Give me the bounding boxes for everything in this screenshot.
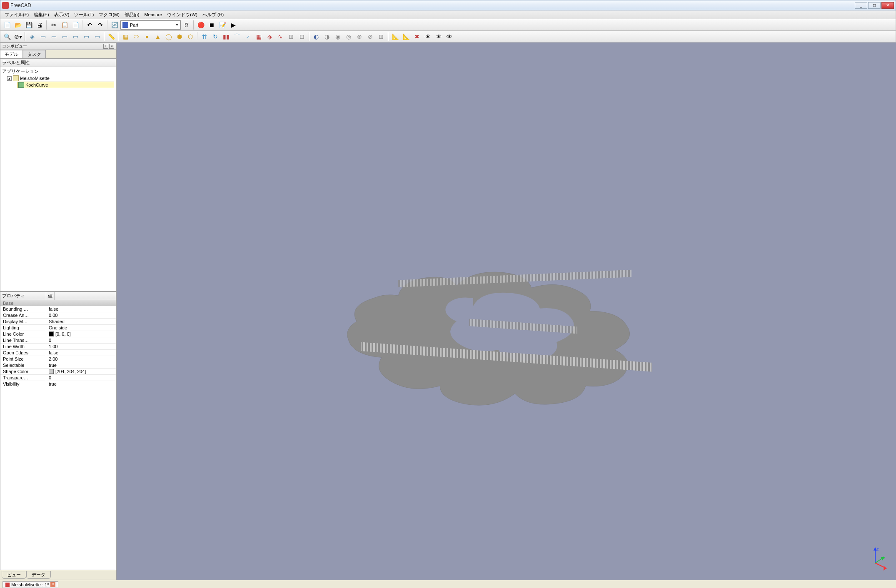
copy-button[interactable]: 📋 (60, 20, 70, 30)
property-value[interactable]: 1.00 (46, 344, 116, 349)
menu-measure[interactable]: Measure (142, 11, 165, 18)
fillet-button[interactable]: ⌒ (232, 32, 242, 42)
open-button[interactable]: 📂 (13, 20, 23, 30)
property-row[interactable]: Visibilitytrue (0, 381, 116, 387)
sweep-button[interactable]: ∿ (275, 32, 285, 42)
menu-tools[interactable]: ツール(T) (72, 11, 96, 19)
property-value[interactable]: true (46, 362, 116, 368)
tree-object[interactable]: KochCurve (17, 82, 114, 88)
property-value[interactable]: 0.00 (46, 312, 116, 318)
ruled-button[interactable]: ▦ (254, 32, 264, 42)
menu-macro[interactable]: マクロ(M) (96, 11, 122, 19)
property-value[interactable]: 0 (46, 337, 116, 343)
property-row[interactable]: Line Width1.00 (0, 344, 116, 350)
tab-model[interactable]: モデル (0, 50, 23, 58)
redo-button[interactable]: ↷ (95, 20, 105, 30)
left-view-button[interactable]: ▭ (92, 32, 102, 42)
property-row[interactable]: Selectabletrue (0, 362, 116, 369)
macro-edit-button[interactable]: 📝 (217, 20, 227, 30)
workbench-selector[interactable]: Part ▼ (120, 20, 181, 30)
tab-task[interactable]: タスク (23, 50, 46, 58)
property-value[interactable]: Shaded (46, 319, 116, 324)
measure-angular-button[interactable]: 📐 (401, 32, 411, 42)
extrude-button[interactable]: ⇈ (200, 32, 210, 42)
save-button[interactable]: 💾 (24, 20, 34, 30)
primitives-button[interactable]: ⬢ (175, 32, 185, 42)
property-row[interactable]: Line Trans…0 (0, 337, 116, 344)
chamfer-button[interactable]: ⟋ (243, 32, 253, 42)
property-row[interactable]: Display M…Shaded (0, 319, 116, 325)
section-button[interactable]: ⊗ (354, 32, 364, 42)
box-button[interactable]: ▦ (120, 32, 130, 42)
menu-windows[interactable]: ウインドウ(W) (165, 11, 200, 19)
mirror-button[interactable]: ▮▮ (221, 32, 231, 42)
intersect-button[interactable]: ◎ (344, 32, 354, 42)
revolve-button[interactable]: ↻ (210, 32, 220, 42)
cut-button[interactable]: ✂ (49, 20, 59, 30)
thickness-button[interactable]: ⊡ (297, 32, 307, 42)
refresh-button[interactable]: 🔄 (110, 20, 120, 30)
property-row[interactable]: Transpare…0 (0, 375, 116, 381)
property-value[interactable]: [0, 0, 0] (46, 331, 116, 337)
cross-button[interactable]: ⊘ (365, 32, 375, 42)
menu-help[interactable]: ヘルプ (H) (200, 11, 226, 19)
menu-edit[interactable]: 編集(E) (31, 11, 52, 19)
measure-linear-button[interactable]: 📐 (390, 32, 400, 42)
tree-root[interactable]: アプリケーション (2, 68, 114, 75)
tab-view[interactable]: ビュー (2, 571, 26, 579)
union-button[interactable]: ◉ (333, 32, 343, 42)
print-button[interactable]: 🖨 (35, 20, 45, 30)
measure-clear-button[interactable]: ✖ (412, 32, 422, 42)
macro-stop-button[interactable]: ⏹ (207, 20, 217, 30)
property-row[interactable]: Open Edgesfalse (0, 350, 116, 356)
property-row[interactable]: Shape Color[204, 204, 204] (0, 369, 116, 375)
property-value[interactable]: [204, 204, 204] (46, 369, 116, 374)
measure-toggle-button[interactable]: 👁 (423, 32, 433, 42)
property-value[interactable]: false (46, 306, 116, 312)
dock-float-button[interactable]: ▫ (103, 44, 108, 49)
doc-tab-active[interactable]: MeishoMisette : 1* × (2, 581, 58, 588)
top-view-button[interactable]: ▭ (49, 32, 59, 42)
fit-all-button[interactable]: 🔍 (2, 32, 12, 42)
measure-button[interactable]: 📏 (106, 32, 116, 42)
3d-viewport[interactable]: z x y (117, 42, 896, 580)
property-row[interactable]: Point Size2.00 (0, 356, 116, 362)
menu-part[interactable]: 部品(p) (122, 11, 142, 19)
torus-button[interactable]: ◯ (164, 32, 174, 42)
close-button[interactable]: ✕ (881, 2, 894, 9)
menu-file[interactable]: ファイル(F) (2, 11, 31, 19)
tree-view[interactable]: ラベルと属性 アプリケーション ▴ MeishoMisette KochCurv… (0, 58, 116, 292)
macro-record-button[interactable]: 🔴 (196, 20, 206, 30)
tab-data[interactable]: データ (26, 571, 51, 579)
tree-doc[interactable]: ▴ MeishoMisette (7, 75, 114, 82)
loft-button[interactable]: ⬗ (265, 32, 275, 42)
boolean-button[interactable]: ◐ (311, 32, 321, 42)
cut-bool-button[interactable]: ◑ (322, 32, 332, 42)
close-tab-button[interactable]: × (50, 582, 55, 587)
maximize-button[interactable]: □ (868, 2, 881, 9)
menu-view[interactable]: 表示(V) (52, 11, 72, 19)
collapse-icon[interactable]: ▴ (7, 76, 12, 81)
undo-button[interactable]: ↶ (85, 20, 95, 30)
right-view-button[interactable]: ▭ (60, 32, 70, 42)
property-row[interactable]: Line Color[0, 0, 0] (0, 331, 116, 337)
cone-button[interactable]: ▲ (153, 32, 163, 42)
cylinder-button[interactable]: ⬭ (131, 32, 141, 42)
property-value[interactable]: 0 (46, 375, 116, 381)
bottom-view-button[interactable]: ▭ (81, 32, 91, 42)
property-value[interactable]: 2.00 (46, 356, 116, 362)
property-value[interactable]: true (46, 381, 116, 387)
compound-button[interactable]: ⊞ (376, 32, 386, 42)
paste-button[interactable]: 📄 (70, 20, 80, 30)
property-row[interactable]: Bounding …false (0, 306, 116, 312)
macro-run-button[interactable]: ▶ (228, 20, 238, 30)
measure-toggle3d-button[interactable]: 👁 (434, 32, 444, 42)
measure-toggledelta-button[interactable]: 👁 (444, 32, 454, 42)
shapebuilder-button[interactable]: ⬡ (185, 32, 195, 42)
whatsthis-button[interactable]: ⁉ (182, 20, 192, 30)
sphere-button[interactable]: ● (142, 32, 152, 42)
front-view-button[interactable]: ▭ (38, 32, 48, 42)
property-row[interactable]: Crease An…0.00 (0, 312, 116, 319)
new-button[interactable]: 📄 (2, 20, 12, 30)
property-value[interactable]: One side (46, 325, 116, 331)
